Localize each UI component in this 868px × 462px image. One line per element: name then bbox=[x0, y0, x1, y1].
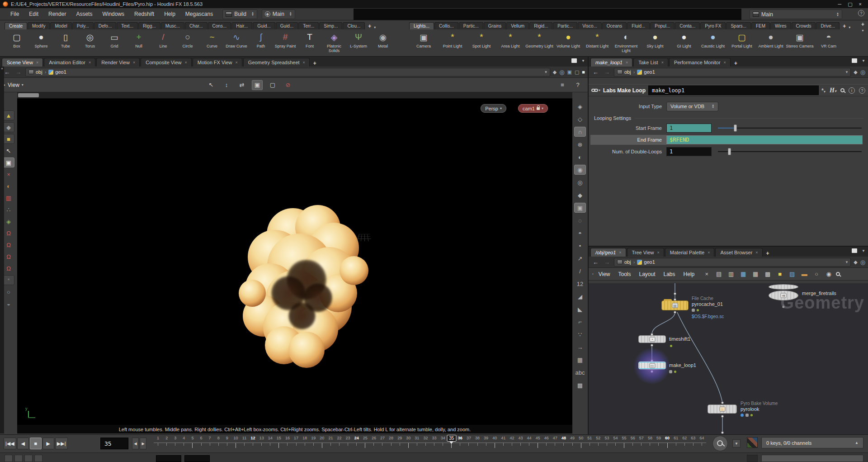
network-graph[interactable]: Geometry ⇉ merge_firetrails ▤ File Cache… bbox=[589, 283, 868, 434]
shelf-tab-visco[interactable]: Visco... bbox=[578, 22, 602, 29]
add-pane-tab-button[interactable]: + bbox=[311, 60, 319, 67]
shelf-menu-caret[interactable]: ▾ bbox=[862, 29, 863, 33]
playhead-flag[interactable]: 35 bbox=[447, 435, 456, 444]
thumbnail-icon[interactable]: ▩ bbox=[763, 270, 772, 278]
radial-menu-icon[interactable]: ◎ bbox=[559, 69, 564, 76]
scale-tool-icon[interactable]: ▥ bbox=[3, 193, 14, 203]
add-shelf-tab-button[interactable]: + bbox=[365, 23, 374, 29]
netbox-icon[interactable]: ▬ bbox=[800, 270, 809, 278]
network-menu-layout[interactable]: Layout bbox=[635, 271, 659, 277]
shelf-tool-caustic-light[interactable]: ●Caustic Light bbox=[698, 31, 727, 55]
shelf-tab-partic[interactable]: Partic... bbox=[553, 22, 577, 29]
viewport-scrollbar[interactable] bbox=[17, 92, 572, 99]
close-tab-icon[interactable]: × bbox=[89, 60, 91, 65]
display-points-icon[interactable]: • bbox=[574, 241, 586, 251]
tab-geometry-spreadsheet[interactable]: Geometry Spreadsheet× bbox=[243, 58, 310, 67]
playbar-option-button[interactable] bbox=[24, 455, 33, 462]
pane-menu-caret[interactable]: ▼ bbox=[862, 249, 865, 253]
key-options-caret[interactable]: ▼ bbox=[732, 439, 741, 448]
close-tab-icon[interactable]: × bbox=[184, 60, 187, 65]
channel-scope-icon[interactable] bbox=[747, 437, 758, 448]
channel-scope-icon[interactable] bbox=[747, 455, 758, 462]
shelf-tool-distant-light[interactable]: *Distant Light bbox=[583, 31, 612, 55]
shelf-tool-sky-light[interactable]: ●Sky Light bbox=[641, 31, 670, 55]
materials-icon[interactable]: ◆ bbox=[574, 190, 586, 200]
perspective-view-button[interactable]: Persp▾ bbox=[481, 104, 506, 113]
spinner-icon[interactable]: ▲▼ bbox=[251, 12, 254, 16]
tab-animation-editor[interactable]: Animation Editor× bbox=[44, 58, 95, 67]
path-node[interactable]: geo1 bbox=[48, 69, 66, 75]
tab-make_loop1[interactable]: make_loop1× bbox=[590, 58, 632, 67]
marker-icon[interactable]: ∵ bbox=[574, 329, 586, 339]
node-timeshift1[interactable]: ◔ bbox=[638, 335, 666, 343]
prev-frame-button[interactable]: ◀ bbox=[17, 438, 29, 449]
select-arrow-icon[interactable]: ↖ bbox=[3, 146, 14, 156]
path-dropdown-caret[interactable]: ▾ bbox=[846, 260, 848, 264]
shelf-tab-poly[interactable]: Poly... bbox=[72, 22, 94, 29]
tab-scene-view[interactable]: Scene View× bbox=[2, 58, 43, 67]
shelf-tool-metal[interactable]: ◉Metal bbox=[371, 31, 395, 55]
snapshot-icon[interactable]: ▢ bbox=[575, 69, 579, 75]
snap-multi-icon[interactable]: Ω bbox=[3, 263, 14, 273]
input-type-select[interactable]: Volume or VDB ▲▼ bbox=[666, 102, 718, 111]
snap-point-icon[interactable]: Ω bbox=[3, 252, 14, 262]
shelf-tab-spars[interactable]: Spars... bbox=[726, 22, 750, 29]
box-select-icon[interactable]: ▢ bbox=[267, 80, 278, 90]
spinner-icon[interactable]: ▲▼ bbox=[712, 104, 714, 109]
channels-display[interactable] bbox=[761, 455, 863, 462]
node-pyrolook[interactable]: ♨ bbox=[708, 405, 737, 414]
close-tab-icon[interactable]: × bbox=[236, 60, 238, 65]
network-menu-help[interactable]: Help bbox=[679, 271, 699, 277]
prev-key-button[interactable]: ◀ bbox=[132, 438, 139, 449]
help-icon[interactable]: ? bbox=[859, 87, 865, 94]
shelf-tool-grid[interactable]: ▭Grid bbox=[102, 31, 127, 55]
sticky-note-icon[interactable]: ■ bbox=[775, 270, 784, 278]
close-tab-icon[interactable]: × bbox=[626, 60, 628, 65]
disable-lighting-icon[interactable]: ⊗ bbox=[574, 139, 586, 149]
shelf-tool-gi-light[interactable]: ●GI Light bbox=[670, 31, 698, 55]
add-pane-tab-button[interactable]: + bbox=[731, 60, 740, 67]
close-tab-icon[interactable]: × bbox=[708, 250, 710, 255]
particle-tool-icon[interactable]: ∴ bbox=[3, 205, 14, 214]
help-icon[interactable]: ? bbox=[572, 80, 583, 90]
view-menu[interactable]: ▸ View ▾ bbox=[4, 82, 24, 88]
add-pane-tab-button[interactable]: + bbox=[764, 250, 772, 257]
shelf-tool-path[interactable]: ∫Path bbox=[249, 31, 273, 55]
vector-display-icon[interactable]: → bbox=[574, 342, 586, 352]
menu-help[interactable]: Help bbox=[159, 8, 180, 20]
shelf-tab-rigg[interactable]: Rigg... bbox=[138, 22, 160, 29]
shelf-tab-partic[interactable]: Partic... bbox=[459, 22, 483, 29]
headlight-icon[interactable]: ◎ bbox=[574, 177, 586, 187]
display-template-icon[interactable]: ■ bbox=[3, 134, 14, 144]
shelf-tool-camera[interactable]: ▣Camera bbox=[409, 31, 438, 55]
shelf-tab-crowds[interactable]: Crowds bbox=[792, 22, 816, 29]
circle-select-icon[interactable]: ○ bbox=[3, 287, 14, 297]
shelf-tab-pyrofx[interactable]: Pyro FX bbox=[700, 22, 726, 29]
maximize-pane-icon[interactable] bbox=[852, 58, 857, 63]
hda-icon[interactable]: H▾ bbox=[830, 87, 836, 94]
shelf-tab-musc[interactable]: Musc... bbox=[161, 22, 184, 29]
close-tab-icon[interactable]: × bbox=[133, 60, 135, 65]
shelf-tool-volume-light[interactable]: ●Volume Light bbox=[554, 31, 583, 55]
menu-assets[interactable]: Assets bbox=[71, 8, 97, 20]
minimize-button[interactable]: ─ bbox=[838, 1, 841, 7]
menu-render[interactable]: Render bbox=[43, 8, 71, 20]
ruler-icon[interactable]: ∩ bbox=[574, 127, 586, 137]
path-field[interactable]: obj › geo1 ▾ bbox=[614, 68, 851, 76]
add-shelf-tab-button[interactable]: + bbox=[840, 23, 849, 29]
current-frame-field[interactable]: 35 bbox=[100, 438, 128, 449]
grid-snap-icon[interactable]: ▦ bbox=[751, 270, 760, 278]
shelf-tab-guid[interactable]: Guid... bbox=[253, 22, 275, 29]
list-view-icon[interactable]: ▥ bbox=[726, 270, 736, 278]
color-palette-icon[interactable]: ▦ bbox=[739, 270, 748, 278]
close-tab-icon[interactable]: × bbox=[36, 60, 38, 65]
first-frame-button[interactable]: |◀◀ bbox=[4, 438, 16, 449]
shelf-tool-platonic-solids[interactable]: ◈Platonic Solids bbox=[322, 31, 346, 55]
lighting-icon[interactable]: ◉ bbox=[574, 165, 586, 175]
forward-button[interactable]: → bbox=[14, 69, 23, 76]
shelf-tab-vellum[interactable]: Vellum bbox=[506, 22, 529, 29]
gear-menu-icon[interactable]: *▾ bbox=[821, 87, 826, 94]
pin-icon[interactable]: ◆ bbox=[854, 69, 857, 75]
maximize-button[interactable]: ▢ bbox=[848, 1, 852, 7]
tab-asset-browser[interactable]: Asset Browser× bbox=[715, 248, 762, 257]
